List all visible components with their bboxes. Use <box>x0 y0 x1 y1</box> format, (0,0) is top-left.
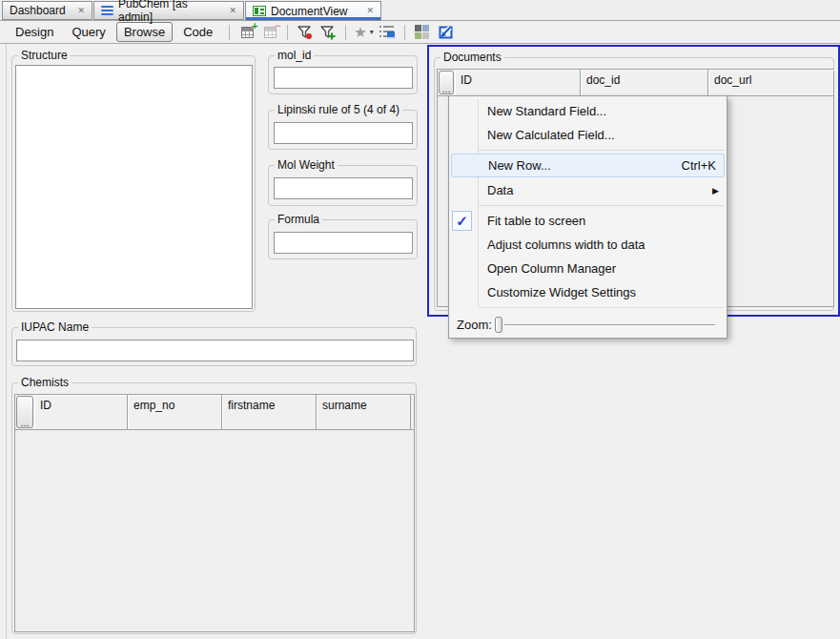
header-filler <box>411 395 414 429</box>
structure-canvas[interactable] <box>15 65 253 309</box>
submenu-arrow-icon: ▶ <box>712 186 719 196</box>
table-add-row-icon[interactable]: + <box>237 23 256 42</box>
column-header-emp-no[interactable]: emp_no <box>128 395 222 429</box>
mol-weight-input[interactable] <box>274 177 413 199</box>
zoom-slider-handle[interactable] <box>495 317 502 333</box>
table-corner-button[interactable]: ... <box>439 71 454 94</box>
menu-lines-icon <box>101 6 113 15</box>
column-header-surname[interactable]: surname <box>317 395 411 429</box>
menu-item-adjust-columns-width[interactable]: Adjust columns width to data <box>449 233 727 257</box>
mol-id-input[interactable] <box>274 67 413 89</box>
formula-group: Formula <box>268 219 418 259</box>
toolbar-separator <box>229 25 230 40</box>
chemists-label: Chemists <box>18 376 72 389</box>
column-header-id[interactable]: ID <box>34 395 128 429</box>
menu-separator <box>479 150 724 151</box>
toolbar-separator <box>345 25 346 40</box>
toolbar: Design Query Browse Code + − ★ ▾ <box>0 21 840 44</box>
menu-item-customize-widget-settings[interactable]: Customize Widget Settings <box>449 280 727 304</box>
toolbar-separator <box>287 25 288 40</box>
iupac-input[interactable] <box>16 340 414 361</box>
menu-item-data[interactable]: Data ▶ <box>449 178 727 202</box>
zoom-label: Zoom: <box>457 318 492 332</box>
tab-bar: Dashboard ✕ PubChem [as admin] ✕ Documen… <box>0 0 840 21</box>
documents-table-header: ... ID doc_id doc_url <box>438 70 833 96</box>
column-manager-icon[interactable] <box>378 23 397 42</box>
structure-group: Structure <box>11 55 256 312</box>
menu-separator <box>479 307 724 308</box>
menu-item-label: New Row... <box>488 158 551 173</box>
menu-item-new-calculated-field[interactable]: New Calculated Field... <box>449 123 727 147</box>
menu-separator <box>479 205 724 206</box>
mode-code[interactable]: Code <box>175 22 220 42</box>
iupac-group: IUPAC Name <box>11 327 417 366</box>
mode-design[interactable]: Design <box>8 22 61 42</box>
mode-browse[interactable]: Browse <box>116 22 173 42</box>
tab-label: PubChem [as admin] <box>118 0 224 24</box>
toolbar-separator <box>404 25 405 40</box>
iupac-label: IUPAC Name <box>18 320 92 334</box>
mol-weight-label: Mol Weight <box>275 158 338 172</box>
menu-zoom-row: Zoom: <box>449 311 727 333</box>
formula-input[interactable] <box>274 232 413 254</box>
tab-label: DocumentView <box>271 5 347 18</box>
star-icon: ★ <box>354 25 366 39</box>
panel-edge-divider <box>6 44 7 639</box>
zoom-slider-track[interactable] <box>504 324 715 326</box>
menu-item-label: New Standard Field... <box>487 104 606 118</box>
favorites-star-button[interactable]: ★ ▾ <box>354 25 373 39</box>
filter-record-icon[interactable] <box>296 23 315 42</box>
lipinski-group: Lipinski rule of 5 (4 of 4) <box>268 110 418 150</box>
formula-label: Formula <box>275 213 322 226</box>
close-icon[interactable]: ✕ <box>366 7 374 15</box>
mode-query[interactable]: Query <box>64 22 113 42</box>
table-corner-button[interactable]: ... <box>16 396 33 428</box>
mol-id-group: mol_id <box>268 55 418 94</box>
documents-label: Documents <box>440 51 504 64</box>
lipinski-label: Lipinski rule of 5 (4 of 4) <box>275 103 402 116</box>
layout-blocks-icon[interactable] <box>413 23 432 42</box>
chevron-down-icon: ▾ <box>370 28 374 36</box>
menu-item-label: New Calculated Field... <box>487 128 615 142</box>
close-icon[interactable]: ✕ <box>77 7 85 15</box>
context-menu: New Standard Field... New Calculated Fie… <box>448 95 727 339</box>
chemists-table[interactable]: ... ID emp_no firstname surname <box>14 394 415 632</box>
menu-item-fit-table-to-screen[interactable]: ✓ Fit table to screen <box>449 209 727 233</box>
mol-weight-group: Mol Weight <box>268 165 418 206</box>
menu-item-label: Fit table to screen <box>487 214 585 228</box>
menu-item-label: Adjust columns width to data <box>487 237 645 252</box>
filter-add-icon[interactable] <box>318 23 338 42</box>
column-header-firstname[interactable]: firstname <box>222 395 317 429</box>
menu-item-new-row[interactable]: New Row... Ctrl+K <box>451 154 725 177</box>
menu-item-label: Data <box>487 183 513 197</box>
edit-link-icon[interactable] <box>436 23 455 42</box>
tab-documentview[interactable]: DocumentView ✕ <box>245 1 381 21</box>
column-header-doc-id[interactable]: doc_id <box>581 70 708 95</box>
chemists-table-body[interactable] <box>15 430 414 631</box>
menu-shortcut: Ctrl+K <box>663 158 716 173</box>
tab-pubchem[interactable]: PubChem [as admin] ✕ <box>93 1 244 20</box>
lipinski-input[interactable] <box>274 122 413 144</box>
table-delete-row-icon[interactable]: − <box>260 23 279 42</box>
tab-dashboard[interactable]: Dashboard ✕ <box>2 1 92 20</box>
form-view-icon <box>253 6 266 16</box>
chemists-table-header: ... ID emp_no firstname surname <box>15 395 414 430</box>
chemists-group: Chemists ... ID emp_no firstname surname <box>11 382 417 634</box>
app-window: Dashboard ✕ PubChem [as admin] ✕ Documen… <box>0 0 840 639</box>
close-icon[interactable]: ✕ <box>229 7 236 15</box>
tab-label: Dashboard <box>10 4 66 17</box>
menu-item-new-standard-field[interactable]: New Standard Field... <box>449 99 727 123</box>
menu-item-label: Open Column Manager <box>487 261 616 276</box>
column-header-id[interactable]: ID <box>455 70 581 95</box>
mol-id-label: mol_id <box>275 49 314 62</box>
structure-label: Structure <box>18 49 71 62</box>
checkmark-icon: ✓ <box>452 211 472 231</box>
column-header-doc-url[interactable]: doc_url <box>708 70 835 95</box>
menu-item-label: Customize Widget Settings <box>487 285 636 299</box>
menu-item-open-column-manager[interactable]: Open Column Manager <box>449 257 727 280</box>
